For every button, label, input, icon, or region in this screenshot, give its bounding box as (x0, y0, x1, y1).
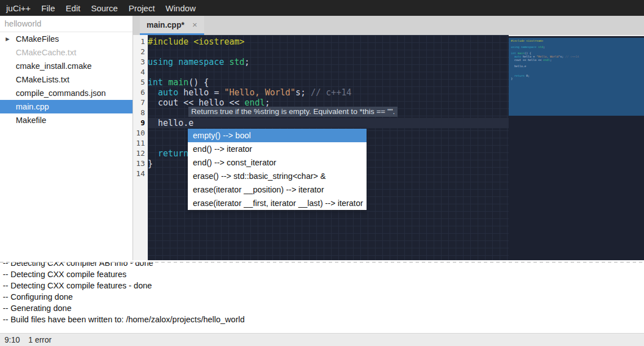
completion-item[interactable]: erase(iterator __position) --> iterator (188, 183, 367, 196)
menu-item-edit[interactable]: Edit (64, 3, 82, 13)
line-number: 7 (133, 98, 148, 108)
code-token: } (148, 159, 153, 169)
pane-splitter-handle[interactable] (0, 260, 644, 262)
code-line[interactable]: hello.e (148, 118, 509, 128)
code-token: s; (295, 87, 311, 98)
code-token: auto (158, 87, 178, 98)
code-line[interactable]: int main() { (148, 77, 509, 87)
code-line[interactable]: #include <iostream> (148, 37, 509, 47)
tab-close-icon[interactable]: × (192, 20, 197, 29)
code-token: ; (543, 45, 545, 49)
sidebar-item-compile-commands-json[interactable]: compile_commands.json (0, 86, 133, 100)
expander-triangle-icon[interactable]: ▶ (6, 32, 10, 46)
code-token: s; (560, 55, 565, 58)
line-number: 8 (133, 108, 148, 118)
code-editor[interactable]: 1234567891011121314 #include <iostream>u… (133, 35, 644, 260)
code-token: return (514, 74, 524, 77)
code-token: cout << hello << (511, 58, 543, 62)
line-number: 4 (133, 67, 148, 77)
file-tree-items: ▶CMakeFilesCMakeCache.txtcmake_install.c… (0, 32, 133, 127)
build-output-panel[interactable]: -- Detecting CXX compiler ABI info - don… (0, 262, 644, 333)
code-token: "Hello, World" (224, 87, 295, 98)
error-count: 1 error (28, 335, 51, 344)
line-number: 2 (133, 47, 148, 57)
tab-label: main.cpp* (147, 20, 184, 29)
project-name: helloworld (0, 16, 133, 32)
status-bar: 9:10 1 error (0, 333, 644, 346)
sidebar-item-cmakecache-txt[interactable]: CMakeCache.txt (0, 46, 133, 59)
minimap-line (511, 81, 579, 84)
tab-main-cpp[interactable]: main.cpp*× (140, 16, 204, 35)
code-line[interactable]: auto hello = "Hello, World"s; // c++14 (148, 87, 509, 98)
menu-item-juci[interactable]: juCi++ (5, 3, 32, 13)
sidebar-item-cmake-install-cmake[interactable]: cmake_install.cmake (0, 59, 133, 73)
line-number: 1 (133, 37, 148, 47)
completion-popup: empty() --> boolend() --> iteratorend() … (188, 129, 367, 210)
sidebar-item-label: compile_commands.json (16, 89, 106, 98)
tab-bar: main.cpp*× (133, 16, 644, 35)
juci-window: juCi++FileEditSourceProjectWindow hellow… (0, 0, 644, 346)
completion-item[interactable]: end() --> const_iterator (188, 156, 367, 169)
sidebar-item-label: CMakeFiles (16, 34, 59, 43)
line-number: 9 (133, 118, 148, 128)
code-token (148, 87, 158, 98)
output-line: -- Detecting CXX compiler ABI info - don… (0, 262, 644, 269)
output-line: -- Detecting CXX compile features (0, 269, 644, 280)
sidebar-item-label: cmake_install.cmake (16, 62, 92, 71)
line-number: 5 (133, 77, 148, 87)
completion-item[interactable]: erase(iterator __first, iterator __last)… (188, 196, 367, 210)
sidebar-item-makefile[interactable]: Makefile (0, 113, 133, 127)
output-line: -- Build files have been written to: /ho… (0, 314, 644, 325)
line-number: 3 (133, 57, 148, 67)
code-token: return (158, 148, 188, 159)
minimap-code: #include <iostream>using namespace std;i… (511, 40, 579, 84)
sidebar-item-label: main.cpp (16, 102, 49, 111)
output-line: -- Generating done (0, 303, 644, 314)
code-token: () { (188, 77, 209, 87)
build-output-lines: -- Detecting CXX compiler ABI info - don… (0, 262, 644, 325)
sidebar-item-main-cpp[interactable]: main.cpp (0, 100, 133, 113)
code-line[interactable] (148, 47, 509, 57)
completion-item[interactable]: erase() --> std::basic_string<char> & (188, 169, 367, 183)
code-token: // c++14 (311, 87, 351, 98)
menu-item-file[interactable]: File (39, 3, 56, 13)
sidebar-item-cmakefiles[interactable]: ▶CMakeFiles (0, 32, 133, 46)
code-token: // c++14 (565, 55, 579, 58)
output-line: -- Detecting CXX compile features - done (0, 280, 644, 291)
code-token: using namespace (511, 45, 538, 49)
code-token: main (168, 77, 188, 87)
sidebar-item-label: CMakeLists.txt (16, 75, 69, 84)
sidebar-item-label: Makefile (16, 116, 46, 125)
menu-bar: juCi++FileEditSourceProjectWindow (0, 0, 644, 16)
file-tree-panel[interactable]: helloworld ▶CMakeFilesCMakeCache.txtcmak… (0, 16, 133, 262)
code-token: hello.e (148, 118, 193, 128)
menu-item-project[interactable]: Project (127, 3, 157, 13)
code-token: hello = (178, 87, 224, 98)
code-line[interactable]: using namespace std; (148, 57, 509, 67)
code-token: endl (543, 58, 550, 62)
code-token: } (511, 77, 513, 80)
line-number: 10 (133, 128, 148, 138)
line-number-gutter: 1234567891011121314 (133, 35, 148, 260)
code-token: ; (245, 57, 250, 67)
code-token: ; (550, 58, 552, 62)
code-token: std (230, 57, 245, 67)
minimap[interactable]: #include <iostream>using namespace std;i… (509, 35, 644, 260)
code-token (148, 148, 158, 159)
line-number: 11 (133, 138, 148, 148)
code-token: 0; (524, 74, 530, 77)
line-number: 12 (133, 148, 148, 159)
completion-item[interactable]: empty() --> bool (188, 129, 367, 142)
sidebar-item-cmakelists-txt[interactable]: CMakeLists.txt (0, 73, 133, 86)
code-line[interactable] (148, 67, 509, 77)
completion-item[interactable]: end() --> iterator (188, 142, 367, 156)
line-number: 6 (133, 87, 148, 98)
menu-item-source[interactable]: Source (89, 3, 120, 13)
code-token: hello.e (511, 64, 526, 68)
line-number: 13 (133, 159, 148, 169)
sidebar-item-label: CMakeCache.txt (16, 48, 76, 57)
code-token: #include <iostream> (148, 37, 245, 47)
code-token: #include <iostream> (511, 39, 543, 42)
menu-item-window[interactable]: Window (164, 3, 197, 13)
doc-tooltip: Returns true if the %string is empty. Eq… (188, 107, 398, 117)
